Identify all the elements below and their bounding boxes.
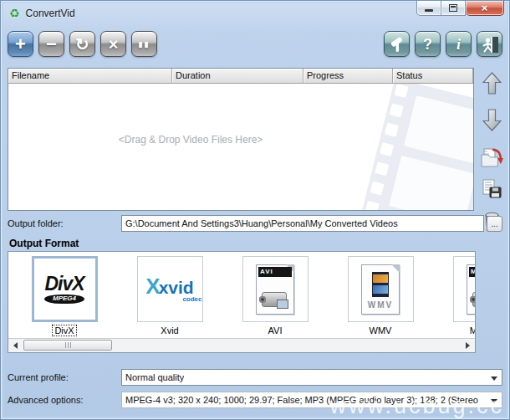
move-up-button[interactable] bbox=[482, 72, 502, 97]
folder-open-icon bbox=[481, 147, 503, 168]
column-filename[interactable]: Filename bbox=[8, 69, 172, 83]
xvid-logo-subtext: codec bbox=[182, 295, 201, 303]
main-row: Filename Duration Progress Status bbox=[1, 68, 509, 211]
output-folder-row: Output folder: ... bbox=[1, 215, 509, 232]
output-folder-input[interactable] bbox=[121, 215, 484, 232]
xvid-logo: X xvid codec bbox=[137, 256, 203, 322]
xvid-x-glyph: X bbox=[145, 275, 158, 297]
chevron-down-icon bbox=[491, 399, 497, 403]
settings-button[interactable] bbox=[384, 31, 410, 57]
current-profile-value: Normal quality bbox=[125, 372, 184, 382]
titlebar: ♻ ConvertVid × bbox=[1, 1, 509, 25]
close-icon: × bbox=[482, 3, 488, 13]
filmstrip-watermark bbox=[344, 84, 473, 210]
format-xvid[interactable]: X xvid codec Xvid bbox=[117, 256, 222, 337]
current-profile-label: Current profile: bbox=[8, 372, 121, 382]
format-wmv-label: WMV bbox=[368, 325, 394, 335]
advanced-options-row: Advanced options: MPEG-4 v3; 320 x 240; … bbox=[1, 392, 509, 408]
convert-button[interactable]: ↻ bbox=[69, 31, 95, 57]
minimize-icon bbox=[425, 9, 433, 12]
toolbar-left-group: + − ↻ × ▮▮ bbox=[8, 31, 157, 67]
wmv-file-icon: WMV bbox=[361, 264, 400, 315]
drag-drop-hint: <Drag & Drop Video Files Here> bbox=[8, 134, 373, 146]
scroll-left-button[interactable] bbox=[8, 339, 23, 352]
file-list-header: Filename Duration Progress Status bbox=[8, 69, 473, 84]
xvid-logo-text: xvid bbox=[159, 279, 194, 296]
scrollbar-track[interactable] bbox=[23, 339, 461, 352]
browse-folder-button[interactable]: ... bbox=[487, 216, 502, 232]
page-fold bbox=[391, 264, 400, 273]
filmstrip-icon bbox=[370, 272, 391, 297]
output-folder-label: Output folder: bbox=[8, 218, 121, 228]
output-format-panel: DivX MPEG4 DivX X xvid codec Xvid bbox=[8, 251, 476, 353]
maximize-button[interactable] bbox=[441, 1, 466, 16]
avi-file-icon: AVI bbox=[256, 264, 294, 315]
app-icon: ♻ bbox=[9, 7, 20, 20]
mpeg1-logo: MPEG bbox=[453, 256, 477, 322]
add-files-button[interactable]: + bbox=[8, 31, 33, 57]
help-button[interactable]: ? bbox=[415, 31, 441, 57]
info-icon: i bbox=[456, 37, 461, 52]
avi-badge: AVI bbox=[258, 267, 292, 277]
x-icon: × bbox=[109, 36, 119, 53]
divx-logo-text: DivX bbox=[44, 274, 84, 294]
current-profile-row: Current profile: Normal quality bbox=[1, 369, 509, 386]
format-tiles: DivX MPEG4 DivX X xvid codec Xvid bbox=[8, 252, 475, 337]
column-progress[interactable]: Progress bbox=[303, 69, 393, 83]
advanced-options-select[interactable]: MPEG-4 v3; 320 x 240; 1000; 29.97; False… bbox=[121, 392, 502, 408]
divx-logo-subtext: MPEG4 bbox=[44, 295, 84, 304]
exit-button[interactable] bbox=[477, 31, 502, 57]
mpeg1-file-icon: MPEG bbox=[467, 264, 476, 315]
window-controls: × bbox=[416, 1, 504, 16]
wmv-badge: WMV bbox=[362, 300, 399, 310]
down-arrow-icon bbox=[482, 109, 502, 131]
format-avi-label: AVI bbox=[267, 325, 284, 335]
format-scrollbar bbox=[8, 338, 475, 352]
toolbar: + − ↻ × ▮▮ ? i bbox=[1, 25, 509, 67]
advanced-options-value: MPEG-4 v3; 320 x 240; 1000; 29.97; False… bbox=[125, 395, 478, 405]
load-list-button[interactable] bbox=[481, 147, 503, 171]
column-status[interactable]: Status bbox=[393, 69, 473, 83]
format-wmv[interactable]: WMV WMV bbox=[328, 256, 433, 337]
close-button[interactable]: × bbox=[466, 1, 504, 16]
save-icon bbox=[481, 179, 502, 199]
file-list: Filename Duration Progress Status bbox=[8, 68, 474, 211]
exit-door-icon bbox=[481, 35, 499, 54]
format-mpeg1-label: MPEG1 bbox=[468, 325, 476, 335]
move-down-button[interactable] bbox=[482, 109, 502, 134]
right-triangle-icon bbox=[466, 342, 470, 349]
pause-button[interactable]: ▮▮ bbox=[131, 31, 157, 57]
left-triangle-icon bbox=[13, 342, 18, 349]
chevron-down-icon bbox=[491, 376, 497, 381]
wmv-logo: WMV bbox=[348, 256, 414, 322]
current-profile-select[interactable]: Normal quality bbox=[121, 369, 502, 386]
avi-logo: AVI bbox=[242, 256, 309, 322]
plus-icon: + bbox=[15, 35, 26, 54]
window-title: ConvertVid bbox=[26, 8, 75, 19]
column-duration[interactable]: Duration bbox=[172, 69, 303, 83]
save-list-button[interactable] bbox=[481, 179, 502, 202]
advanced-options-label: Advanced options: bbox=[8, 395, 121, 405]
minimize-button[interactable] bbox=[416, 1, 441, 16]
pause-icon: ▮▮ bbox=[139, 40, 150, 49]
side-toolbar bbox=[474, 68, 509, 211]
format-xvid-label: Xvid bbox=[159, 325, 180, 335]
scroll-right-button[interactable] bbox=[461, 339, 475, 352]
up-arrow-icon bbox=[482, 72, 502, 95]
scrollbar-thumb[interactable] bbox=[23, 340, 112, 351]
format-divx[interactable]: DivX MPEG4 DivX bbox=[12, 256, 117, 337]
cancel-button[interactable]: × bbox=[100, 31, 126, 57]
format-divx-label: DivX bbox=[53, 325, 75, 335]
file-list-body[interactable]: <Drag & Drop Video Files Here> bbox=[8, 84, 473, 210]
about-button[interactable]: i bbox=[446, 31, 472, 57]
refresh-icon: ↻ bbox=[75, 36, 89, 53]
app-window: ♻ ConvertVid × + − ↻ × ▮▮ ? bbox=[0, 0, 510, 420]
format-mpeg1[interactable]: MPEG MPEG1 bbox=[433, 256, 476, 337]
format-avi[interactable]: AVI AVI bbox=[222, 256, 328, 337]
camcorder-icon bbox=[472, 292, 476, 307]
camcorder-icon bbox=[262, 292, 287, 307]
output-format-heading: Output Format bbox=[9, 238, 509, 249]
divx-logo: DivX MPEG4 bbox=[32, 256, 98, 322]
remove-file-button[interactable]: − bbox=[38, 31, 64, 57]
hammer-icon bbox=[389, 36, 405, 53]
